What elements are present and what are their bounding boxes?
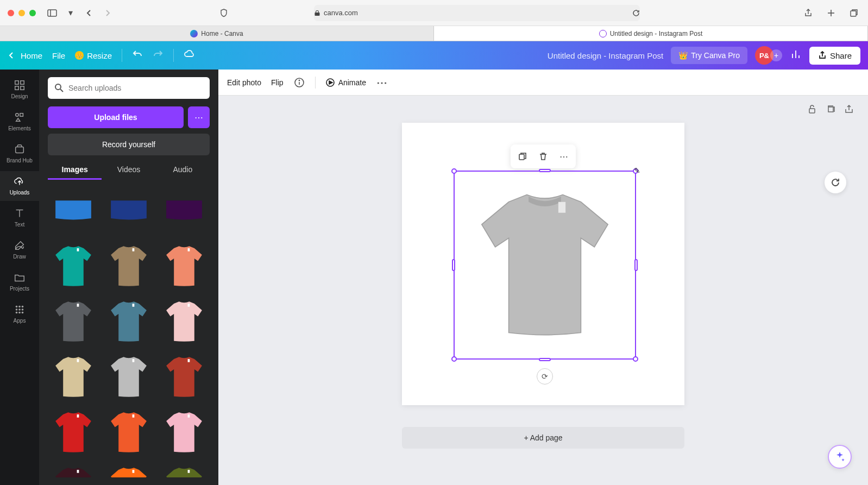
magic-button[interactable]: [828, 445, 852, 469]
try-pro-label: Try Canva Pro: [691, 51, 740, 60]
browser-tab-home[interactable]: Home - Canva: [0, 26, 434, 41]
upload-thumb[interactable]: [48, 241, 99, 292]
upload-thumb[interactable]: [103, 407, 154, 458]
upload-thumb[interactable]: [103, 462, 154, 477]
flip-button[interactable]: Flip: [271, 78, 284, 87]
upload-thumb[interactable]: [159, 296, 210, 347]
animate-label: Animate: [338, 78, 366, 87]
upload-thumb[interactable]: [159, 351, 210, 402]
design-page[interactable]: ⋯: [402, 123, 684, 405]
lock-icon[interactable]: [807, 104, 818, 115]
svg-rect-35: [188, 359, 190, 362]
svg-rect-28: [133, 248, 135, 251]
add-page-button[interactable]: + Add page: [402, 427, 684, 449]
tab-label: Home - Canva: [201, 30, 243, 37]
sidebar-toggle-icon[interactable]: [46, 7, 59, 20]
undo-button[interactable]: [132, 49, 143, 62]
tab-videos[interactable]: Videos: [102, 165, 155, 180]
upload-thumb[interactable]: [103, 351, 154, 402]
crown-icon: 👑: [75, 51, 84, 60]
resize-handle-right[interactable]: [634, 259, 638, 271]
upload-files-button[interactable]: Upload files: [48, 106, 184, 128]
more-element-button[interactable]: ⋯: [555, 148, 573, 165]
resize-handle-br[interactable]: [633, 356, 638, 362]
resize-handle-bl[interactable]: [451, 356, 457, 362]
more-icon[interactable]: ⋯: [376, 77, 388, 89]
upload-thumb[interactable]: [159, 407, 210, 458]
upload-thumb[interactable]: [103, 296, 154, 347]
address-bar[interactable]: canva.com: [314, 5, 640, 21]
resize-button[interactable]: 👑 Resize: [75, 51, 112, 60]
reload-icon[interactable]: [632, 9, 640, 17]
svg-rect-8: [15, 81, 18, 84]
share-label: Share: [830, 51, 852, 60]
svg-point-23: [18, 312, 21, 314]
upload-thumb[interactable]: [48, 351, 99, 402]
new-tab-icon[interactable]: [825, 7, 838, 20]
tab-images[interactable]: Images: [48, 165, 102, 180]
home-button[interactable]: Home: [8, 51, 42, 60]
divider: [122, 49, 122, 62]
share-button[interactable]: Share: [809, 47, 860, 65]
browser-tab-design[interactable]: Untitled design - Instagram Post: [434, 26, 868, 41]
rail-uploads[interactable]: Uploads: [0, 171, 39, 201]
tshirt-image[interactable]: [455, 172, 635, 358]
export-page-icon[interactable]: [844, 104, 855, 115]
try-pro-button[interactable]: 👑 Try Canva Pro: [671, 47, 747, 64]
share-icon[interactable]: [802, 7, 815, 20]
add-collaborator-button[interactable]: +: [770, 49, 782, 61]
tabs-icon[interactable]: [847, 7, 860, 20]
rail-label: Brand Hub: [7, 158, 33, 163]
search-uploads[interactable]: [48, 77, 210, 99]
analytics-icon[interactable]: [790, 48, 802, 62]
record-yourself-button[interactable]: Record yourself: [48, 134, 210, 155]
upload-thumb[interactable]: [48, 407, 99, 458]
rail-projects[interactable]: Projects: [0, 267, 39, 297]
minimize-window-icon[interactable]: [18, 10, 25, 16]
close-window-icon[interactable]: [8, 10, 14, 16]
upload-thumb[interactable]: [48, 185, 99, 236]
redo-button[interactable]: [153, 49, 163, 62]
design-title[interactable]: Untitled design - Instagram Post: [548, 51, 663, 60]
rail-text[interactable]: Text: [0, 203, 39, 233]
resize-handle-tl[interactable]: [451, 168, 457, 174]
animate-icon: [325, 78, 335, 87]
upload-thumb[interactable]: [159, 185, 210, 236]
rail-label: Uploads: [10, 190, 30, 196]
rail-design[interactable]: Design: [0, 75, 39, 105]
upload-thumb[interactable]: [159, 241, 210, 292]
chevron-down-icon[interactable]: ▾: [64, 7, 77, 20]
resize-handle-left[interactable]: [452, 259, 455, 271]
svg-rect-13: [20, 114, 23, 117]
resize-handle-bottom[interactable]: [539, 358, 551, 361]
rail-elements[interactable]: Elements: [0, 107, 39, 137]
rail-apps[interactable]: Apps: [0, 299, 39, 329]
svg-rect-48: [828, 107, 833, 112]
tab-audio[interactable]: Audio: [156, 165, 210, 180]
cloud-sync-icon[interactable]: [184, 48, 196, 62]
rail-draw[interactable]: Draw: [0, 235, 39, 265]
rotate-handle[interactable]: ⟳: [537, 368, 553, 385]
delete-element-button[interactable]: [534, 148, 552, 165]
duplicate-page-icon[interactable]: [826, 104, 836, 115]
resize-handle-top[interactable]: [539, 169, 551, 172]
svg-rect-31: [133, 304, 135, 307]
upload-more-button[interactable]: ⋯: [188, 106, 210, 128]
shield-icon[interactable]: [217, 7, 230, 20]
rail-brand-hub[interactable]: Brand Hub: [0, 139, 39, 169]
upload-thumb[interactable]: [48, 296, 99, 347]
selected-element[interactable]: ✎ ⟳: [454, 171, 636, 360]
back-button[interactable]: [83, 7, 96, 20]
upload-thumb[interactable]: [103, 241, 154, 292]
duplicate-element-button[interactable]: [514, 148, 531, 165]
upload-thumb[interactable]: [48, 462, 99, 477]
search-input[interactable]: [68, 84, 203, 92]
edit-photo-button[interactable]: Edit photo: [227, 78, 261, 87]
info-icon[interactable]: [293, 77, 305, 89]
upload-thumb[interactable]: [103, 185, 154, 236]
file-menu[interactable]: File: [52, 51, 65, 60]
upload-thumb[interactable]: [159, 462, 210, 477]
regenerate-button[interactable]: [825, 172, 846, 193]
maximize-window-icon[interactable]: [29, 10, 36, 16]
animate-button[interactable]: Animate: [325, 78, 366, 87]
